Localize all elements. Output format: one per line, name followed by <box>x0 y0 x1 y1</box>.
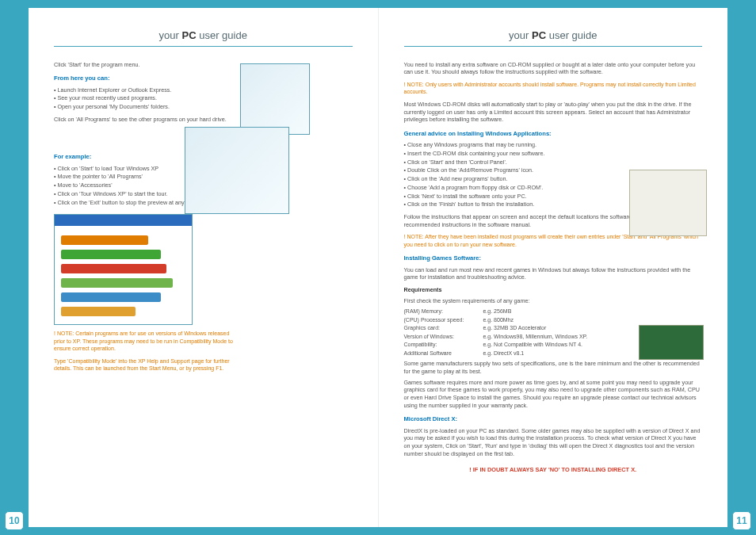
p-upgrade: Games software requires more and more po… <box>404 379 703 410</box>
p-reqcheck: First check the system requirements of a… <box>404 297 703 305</box>
req-label: (RAM) Memory: <box>404 308 483 315</box>
req-value: e.g. 800Mhz <box>483 316 626 323</box>
header-bold: PC <box>182 29 197 41</box>
list-item: Click on the 'Finish' button to finish t… <box>404 201 594 208</box>
header-post: user guide <box>199 29 247 41</box>
list-item: Open your personal 'My Documents' folder… <box>54 103 236 111</box>
p-directx: DirectX is pre-loaded on your PC as stan… <box>404 427 703 458</box>
heading-from-here: From here you can: <box>54 75 236 82</box>
p-autoplay: Most Windows CD-ROM disks will automatic… <box>404 101 703 124</box>
list-item: See your most recently used programs. <box>54 94 236 102</box>
req-value: e.g. DirectX v8.1 <box>483 350 626 357</box>
list-general-advice: Close any Windows programs that may be r… <box>404 141 594 208</box>
req-label: Version of Windows: <box>404 333 483 340</box>
list-item: Launch Internet Explorer or Outlook Expr… <box>54 86 236 94</box>
header-pre: your <box>159 29 179 41</box>
heading-requirements: Requirements <box>404 286 703 294</box>
list-item: Insert the CD-ROM disk containing your n… <box>404 150 594 158</box>
page-header-right: your PC user guide <box>404 29 703 47</box>
left-content: Click 'Start' for the program menu. From… <box>54 61 236 373</box>
list-item: Choose 'Add a program from floppy disk o… <box>404 184 594 192</box>
heading-installing-games: Installing Games Software: <box>404 254 703 262</box>
image-graphics-card <box>639 325 704 360</box>
page-left: your PC user guide Click 'Start' for the… <box>29 8 379 527</box>
heading-directx: Microsoft Direct X: <box>404 415 703 423</box>
list-item: Click on 'Start' and then 'Control Panel… <box>404 159 594 166</box>
req-label: Compatibility: <box>404 341 483 348</box>
list-item: Click 'Next' to install the software ont… <box>404 193 594 201</box>
list-from-here: Launch Internet Explorer or Outlook Expr… <box>54 86 236 111</box>
header-rule <box>54 46 353 47</box>
note-admin: ! NOTE: Only users with Administrator ac… <box>404 81 703 96</box>
p-twosets: Some game manufacturers supply two sets … <box>404 360 703 375</box>
header-bold: PC <box>532 29 546 41</box>
screenshot-all-programs <box>185 127 289 214</box>
p-all-programs: Click on 'All Programs' to see the other… <box>54 116 236 124</box>
req-label: Graphics card: <box>404 324 483 331</box>
start-menu-screenshots <box>232 63 359 230</box>
screenshot-xp-tour <box>54 214 193 325</box>
req-value: e.g. 256MB <box>483 308 626 315</box>
req-label: Additional Software <box>404 350 483 357</box>
req-label: (CPU) Processor speed: <box>404 316 483 323</box>
page-header-left: your PC user guide <box>54 29 353 47</box>
req-value: e.g. Windows98, Millennium, Windows XP. <box>483 333 626 340</box>
p-intro: You need to install any extra software o… <box>404 61 703 76</box>
header-post: user guide <box>549 29 598 41</box>
list-item: Double Click on the 'Add/Remove Programs… <box>404 166 594 174</box>
footer-warning: ! IF IN DOUBT ALWAYS SAY 'NO' TO INSTALL… <box>404 466 703 474</box>
req-value: e.g. Not Compatible with Windows NT 4. <box>483 341 626 348</box>
screenshot-add-programs <box>629 170 707 236</box>
p-games: You can load and run most new and recent… <box>404 266 703 281</box>
p-start: Click 'Start' for the program menu. <box>54 61 236 69</box>
list-item: Click on the 'Add new programs' button. <box>404 175 594 183</box>
header-rule <box>404 46 703 47</box>
note-compat: ! NOTE: Certain programs are for use on … <box>54 330 236 352</box>
page-number-left: 10 <box>5 511 24 530</box>
screenshot-start-menu <box>240 63 310 135</box>
heading-general-advice: General advice on Installing Windows App… <box>404 130 703 138</box>
note-compat-help: Type 'Compatibility Mode' into the XP He… <box>54 357 236 373</box>
page-right: your PC user guide You need to install a… <box>379 8 728 527</box>
page-number-right: 11 <box>732 511 751 530</box>
page-spread: your PC user guide Click 'Start' for the… <box>29 8 727 527</box>
header-pre: your <box>509 29 529 41</box>
req-value: e.g. 32MB 3D Accelerator <box>483 324 626 331</box>
list-item: Close any Windows programs that may be r… <box>404 141 594 149</box>
